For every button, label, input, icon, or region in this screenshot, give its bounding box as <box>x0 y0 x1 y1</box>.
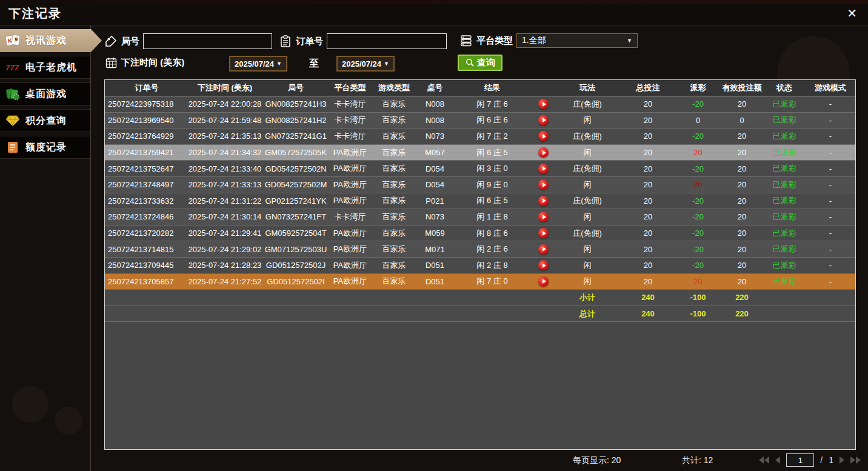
bet-time-filter: 下注时间 (美东) <box>104 56 184 69</box>
replay-play-icon[interactable] <box>538 179 549 190</box>
table-row[interactable]: 2507242137148152025-07-24 21:29:02GM0712… <box>105 241 855 258</box>
order-number: 250724213748497 <box>105 180 189 189</box>
prev-page-icon[interactable] <box>775 456 780 464</box>
table-number: N008 <box>418 116 452 125</box>
date-to-picker[interactable]: 2025/07/24 ▼ <box>336 56 395 72</box>
play-type: 闲 <box>554 115 621 125</box>
order-number: 250724213759421 <box>105 148 189 157</box>
last-page-icon[interactable] <box>850 456 861 464</box>
table-row[interactable]: 2507242137058572025-07-24 21:27:52GD0512… <box>105 274 855 290</box>
game-type: 百家乐 <box>370 228 418 239</box>
sidebar-item-4[interactable]: 额度记录 <box>0 136 91 159</box>
game-type: 百家乐 <box>370 99 418 110</box>
replay-play-icon[interactable] <box>538 196 549 206</box>
payout: -20 <box>675 245 721 254</box>
bet-time: 2025-07-24 21:59:48 <box>189 116 261 125</box>
play-type: 闲 <box>554 260 621 271</box>
replay-play-icon[interactable] <box>538 131 549 141</box>
order-number: 250724213764929 <box>105 132 189 141</box>
play-type: 闲 <box>554 276 621 287</box>
status: 已派彩 <box>763 228 806 239</box>
play-type: 闲 <box>554 179 621 190</box>
summary-valid-bet: 220 <box>721 293 763 302</box>
calendar-icon <box>104 56 118 69</box>
summary-valid-bet: 220 <box>721 309 763 318</box>
platform: 卡卡湾厅 <box>330 99 370 110</box>
round-input[interactable] <box>143 33 272 49</box>
status: 已派彩 <box>763 115 806 125</box>
sidebar-item-2[interactable]: 桌面游戏 <box>0 82 91 105</box>
replay-play-icon[interactable] <box>538 212 549 222</box>
result: 闲 8 庄 6 <box>452 228 533 239</box>
valid-bet: 20 <box>721 196 763 205</box>
close-icon[interactable]: ✕ <box>847 7 857 19</box>
sidebar-item-1[interactable]: 777电子老虎机 <box>0 56 91 79</box>
total-bet: 20 <box>621 132 675 141</box>
table-row[interactable]: 2507242239753182025-07-24 22:00:28GN0082… <box>105 96 855 113</box>
date-from-picker[interactable]: 2025/07/24 ▼ <box>229 56 287 72</box>
date-to-value: 2025/07/24 <box>342 59 381 68</box>
table-number: M071 <box>418 245 452 254</box>
table-number: D054 <box>418 164 452 173</box>
table-header-row: 订单号下注时间 (美东)局号平台类型游戏类型桌号结果玩法总投注派彩有效投注额状态… <box>105 80 855 96</box>
next-page-icon[interactable] <box>840 456 844 464</box>
replay-play-icon[interactable] <box>538 147 549 158</box>
sidebar-item-3[interactable]: 积分查询 <box>0 109 91 132</box>
bet-time: 2025-07-24 21:29:41 <box>189 229 261 238</box>
chevron-down-icon: ▼ <box>276 61 282 67</box>
status: 已派彩 <box>763 147 806 158</box>
sidebar-item-label: 积分查询 <box>25 115 67 127</box>
order-input[interactable] <box>327 33 447 49</box>
replay-play-icon[interactable] <box>538 228 549 238</box>
summary-label: 总计 <box>554 309 621 319</box>
order-number: 250724213752647 <box>105 164 189 173</box>
order-number: 250724213705857 <box>105 277 189 286</box>
table-row[interactable]: 2507242137202822025-07-24 21:29:41GM0592… <box>105 225 855 242</box>
table-row[interactable]: 2507242137649292025-07-24 21:35:13GN0732… <box>105 129 855 145</box>
summary-total-bet: 240 <box>621 309 675 318</box>
first-page-icon[interactable] <box>759 456 769 464</box>
slot-777-icon: 777 <box>5 60 21 75</box>
status: 已派彩 <box>763 260 806 271</box>
sidebar-item-0[interactable]: K9视讯游戏 <box>0 29 102 52</box>
summary-total-bet: 240 <box>621 293 675 302</box>
replay-play-icon[interactable] <box>538 244 549 255</box>
bet-records-table: 订单号下注时间 (美东)局号平台类型游戏类型桌号结果玩法总投注派彩有效投注额状态… <box>104 79 856 450</box>
table-row[interactable]: 2507242137094452025-07-24 21:28:23GD0512… <box>105 258 855 274</box>
table-row[interactable]: 2507242137594212025-07-24 21:34:32GM0572… <box>105 145 855 161</box>
table-row[interactable]: 2507242137484972025-07-24 21:33:13GD0542… <box>105 177 855 193</box>
per-page-label: 每页显示: 20 <box>573 455 621 466</box>
table-row[interactable]: 2507242137526472025-07-24 21:33:40GD0542… <box>105 161 855 177</box>
column-header-2: 局号 <box>261 82 330 93</box>
page-input[interactable] <box>786 453 814 467</box>
table-row[interactable]: 2507242137336322025-07-24 21:31:22GP0212… <box>105 193 855 210</box>
replay-play-icon[interactable] <box>538 99 549 109</box>
play-type: 闲 <box>554 212 621 222</box>
round-number: GN008257241H2 <box>261 116 330 125</box>
replay-play-icon[interactable] <box>538 276 549 287</box>
platform-select-value: 1.全部 <box>522 35 546 46</box>
replay-play-icon[interactable] <box>538 115 549 125</box>
order-number: 250724223975318 <box>105 99 189 109</box>
status: 已派彩 <box>763 244 806 255</box>
valid-bet: 20 <box>721 212 763 221</box>
game-mode: - <box>806 212 855 221</box>
replay-play-icon[interactable] <box>538 164 549 174</box>
platform-select[interactable]: 1.全部 ▼ <box>516 33 638 48</box>
column-header-0: 订单号 <box>105 82 189 93</box>
round-filter-label: 局号 <box>121 36 139 47</box>
status: 已派彩 <box>763 163 806 174</box>
payout: 0 <box>675 116 721 125</box>
payout: 20 <box>675 180 721 189</box>
table-row[interactable]: 2507242139695402025-07-24 21:59:48GN0082… <box>105 113 855 129</box>
table-row[interactable]: 2507242137248462025-07-24 21:30:14GN0732… <box>105 209 855 225</box>
pagination: / 1 <box>759 453 861 467</box>
query-button[interactable]: 查询 <box>458 55 502 71</box>
table-number: N008 <box>418 99 452 109</box>
order-filter: 订单号 <box>279 33 447 49</box>
bet-time: 2025-07-24 21:33:40 <box>189 164 261 173</box>
play-type: 闲 <box>554 147 621 158</box>
replay-play-icon[interactable] <box>538 260 549 270</box>
status: 已派彩 <box>763 131 806 142</box>
bet-time-filter-label: 下注时间 (美东) <box>121 57 184 68</box>
